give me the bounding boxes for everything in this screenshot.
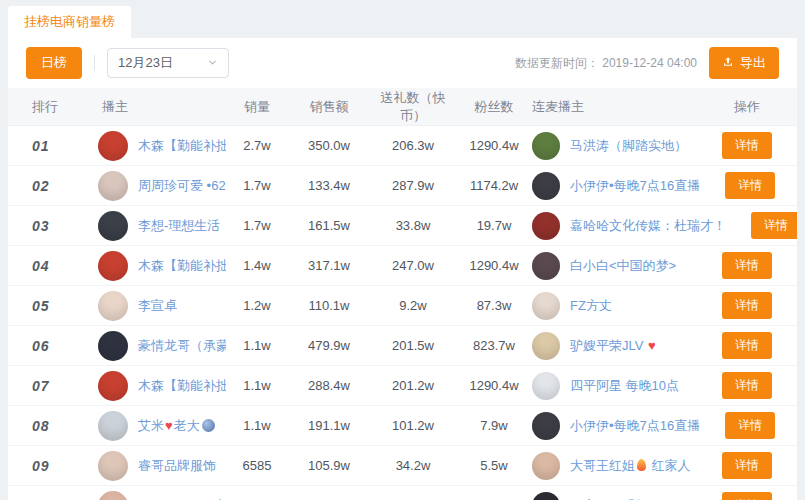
broadcaster-avatar[interactable] (98, 171, 128, 201)
rank-number: 09 (32, 458, 50, 474)
sales-value: 1.1w (226, 378, 288, 393)
rank-number: 06 (32, 338, 50, 354)
name-text: 李想-理想生活 (138, 218, 220, 233)
export-upload-icon (722, 56, 734, 71)
co-broadcaster-avatar[interactable] (532, 252, 560, 280)
co-broadcaster-name-link[interactable]: FZ方丈 (570, 297, 612, 315)
broadcaster-avatar[interactable] (98, 411, 128, 441)
detail-button[interactable]: 详情 (722, 132, 772, 159)
broadcaster-name-link[interactable]: 睿哥品牌服饰 (138, 457, 216, 475)
date-select[interactable]: 12月23日 (107, 48, 229, 78)
co-broadcaster-avatar[interactable] (532, 372, 560, 400)
column-header: 粉丝数 (456, 98, 532, 116)
broadcaster-avatar[interactable] (98, 331, 128, 361)
detail-button[interactable]: 详情 (722, 372, 772, 399)
broadcaster-name-link[interactable]: 李宣卓 (138, 297, 177, 315)
broadcaster-name-link[interactable]: 木森【勤能补拙】 (138, 377, 226, 395)
rank-number: 04 (32, 258, 50, 274)
tab-bar: 挂榜电商销量榜 (0, 0, 805, 38)
broadcaster-name-link[interactable]: 豪情龙哥（承蒙厚爱） (138, 337, 226, 355)
co-broadcaster-avatar[interactable] (532, 212, 560, 240)
co-broadcaster-avatar[interactable] (532, 332, 560, 360)
name-text: 木森【勤能补拙】 (138, 138, 226, 153)
co-broadcaster-name-link[interactable]: 大哥王红姐 红家人 (570, 457, 691, 475)
name-text: 马洪涛（脚踏实地） (570, 138, 687, 153)
detail-button[interactable]: 详情 (722, 292, 772, 319)
heart-icon: ♥ (648, 338, 656, 353)
column-header: 销售额 (288, 98, 370, 116)
co-broadcaster-avatar[interactable] (532, 452, 560, 480)
gifts-value: 34.2w (370, 458, 456, 473)
detail-button[interactable]: 详情 (722, 492, 772, 500)
action-cell: 详情 (700, 412, 797, 439)
broadcaster-avatar[interactable] (98, 371, 128, 401)
broadcaster-name-link[interactable]: 艾米♥老大 (138, 417, 215, 435)
broadcaster-name-link[interactable]: 木森【勤能补拙】 (138, 137, 226, 155)
action-cell: 详情 (697, 292, 797, 319)
co-broadcaster-name-link[interactable]: 黑家媚哥「刘媚」 (570, 497, 674, 500)
co-broadcaster-avatar[interactable] (532, 172, 560, 200)
co-broadcaster-name-link[interactable]: 嘉哈哈文化传媒：杜瑞才！ (570, 217, 726, 235)
co-broadcaster-name-link[interactable]: 马洪涛（脚踏实地） (570, 137, 687, 155)
broadcaster-avatar[interactable] (98, 291, 128, 321)
co-broadcaster-name-link[interactable]: 小伊伊•每晚7点16直播 (570, 417, 700, 435)
page: 挂榜电商销量榜 日榜 12月23日 数据更新时间： 2019-12-24 04:… (0, 0, 805, 500)
broadcaster-name-link[interactable]: 木森【勤能补拙】 (138, 257, 226, 275)
update-time-label: 数据更新时间： (515, 56, 599, 70)
name-text: 豪情龙哥（承蒙厚爱） (138, 338, 226, 353)
co-broadcaster-avatar[interactable] (532, 132, 560, 160)
daily-rank-button[interactable]: 日榜 (26, 47, 82, 79)
broadcaster-avatar[interactable] (98, 131, 128, 161)
detail-button[interactable]: 详情 (751, 212, 797, 239)
rank-number: 02 (32, 178, 50, 194)
rank-number: 01 (32, 138, 50, 154)
fire-icon (637, 459, 646, 471)
table-row: 08 艾米♥老大 1.1w 191.1w 101.2w 7.9w 小伊伊•每晚7… (8, 406, 797, 446)
toolbar: 日榜 12月23日 数据更新时间： 2019-12-24 04:00 导出 (8, 38, 797, 88)
broadcaster-avatar[interactable] (98, 251, 128, 281)
name-text: 小伊伊•每晚7点16直播 (570, 178, 700, 193)
gifts-value: 33.8w (370, 218, 456, 233)
co-broadcaster-name-link[interactable]: 白小白<中国的梦> (570, 257, 676, 275)
table-row: 04 木森【勤能补拙】 1.4w 317.1w 247.0w 1290.4w 白… (8, 246, 797, 286)
co-broadcaster-avatar[interactable] (532, 412, 560, 440)
name-text: 周周珍可爱 •625 (138, 178, 226, 193)
co-broadcaster-avatar[interactable] (532, 492, 560, 500)
co-broadcaster-cell: 四平阿星 每晚10点 (532, 372, 697, 400)
co-broadcaster-name-link[interactable]: 小伊伊•每晚7点16直播 (570, 177, 700, 195)
broadcaster-avatar[interactable] (98, 491, 128, 500)
broadcaster-name-link[interactable]: 李想-理想生活 (138, 217, 220, 235)
detail-button[interactable]: 详情 (722, 252, 772, 279)
column-header: 送礼数（快币） (370, 89, 456, 125)
name-text: 白小白<中国的梦> (570, 258, 676, 273)
broadcaster-avatar[interactable] (98, 211, 128, 241)
detail-button[interactable]: 详情 (722, 452, 772, 479)
fans-value: 1174.2w (456, 178, 532, 193)
detail-button[interactable]: 详情 (725, 412, 775, 439)
co-broadcaster-cell: 马洪涛（脚踏实地） (532, 132, 697, 160)
sales-value: 1.7w (226, 178, 288, 193)
sales-amount-value: 110.1w (288, 298, 370, 313)
column-header: 排行 (8, 98, 64, 116)
broadcaster-name-link[interactable]: 周周珍可爱 •625 (138, 177, 226, 195)
heart-icon: ♥ (165, 418, 173, 433)
action-cell: 详情 (697, 252, 797, 279)
table-row: 06 豪情龙哥（承蒙厚爱） 1.1w 479.9w 201.5w 823.7w … (8, 326, 797, 366)
fans-value: 1290.4w (456, 378, 532, 393)
broadcaster-name-link[interactable]: 500万1月1号生日宴 (138, 497, 226, 500)
detail-button[interactable]: 详情 (722, 332, 772, 359)
broadcaster-avatar[interactable] (98, 451, 128, 481)
table-header-row: 排行播主销量销售额送礼数（快币）粉丝数连麦播主操作 (8, 88, 797, 126)
table-row: 10 500万1月1号生日宴 6167 6.9w 145 506.7w 黑家媚哥… (8, 486, 797, 500)
tab-ecommerce-sales-rank[interactable]: 挂榜电商销量榜 (8, 6, 131, 38)
co-broadcaster-avatar[interactable] (532, 292, 560, 320)
sales-amount-value: 317.1w (288, 258, 370, 273)
detail-button[interactable]: 详情 (725, 172, 775, 199)
broadcaster-cell: 睿哥品牌服饰 (64, 451, 226, 481)
sales-amount-value: 161.5w (288, 218, 370, 233)
name-text: 睿哥品牌服饰 (138, 458, 216, 473)
co-broadcaster-name-link[interactable]: 驴嫂平荣JLV ♥ (570, 337, 657, 355)
co-broadcaster-name-link[interactable]: 四平阿星 每晚10点 (570, 377, 679, 395)
rank-cell: 01 (8, 138, 64, 154)
export-button[interactable]: 导出 (709, 47, 779, 79)
